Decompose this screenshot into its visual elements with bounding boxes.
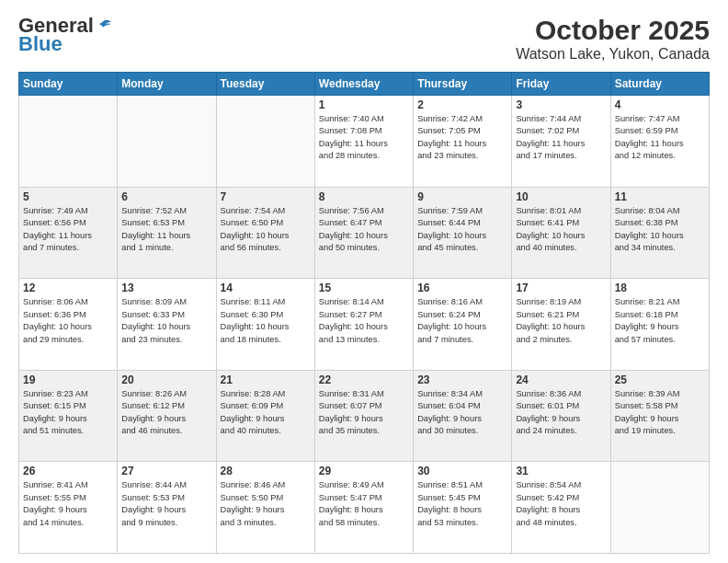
calendar-table: SundayMondayTuesdayWednesdayThursdayFrid… [18,72,710,554]
calendar-cell: 31Sunrise: 8:54 AMSunset: 5:42 PMDayligh… [512,462,610,554]
calendar-cell: 11Sunrise: 8:04 AMSunset: 6:38 PMDayligh… [610,187,709,279]
day-number: 8 [319,190,409,203]
day-info: Sunrise: 7:52 AMSunset: 6:53 PMDaylight:… [121,205,211,255]
calendar-week-2: 5Sunrise: 7:49 AMSunset: 6:56 PMDaylight… [19,187,710,279]
day-info: Sunrise: 7:49 AMSunset: 6:56 PMDaylight:… [23,205,113,255]
logo: General Blue [18,15,112,55]
day-info: Sunrise: 8:21 AMSunset: 6:18 PMDaylight:… [615,296,705,346]
calendar-cell: 25Sunrise: 8:39 AMSunset: 5:58 PMDayligh… [610,370,709,462]
day-info: Sunrise: 8:01 AMSunset: 6:41 PMDaylight:… [516,205,606,255]
header-row: SundayMondayTuesdayWednesdayThursdayFrid… [19,73,710,96]
calendar-week-1: 1Sunrise: 7:40 AMSunset: 7:08 PMDaylight… [19,96,710,188]
calendar-cell: 9Sunrise: 7:59 AMSunset: 6:44 PMDaylight… [414,187,512,279]
day-info: Sunrise: 7:47 AMSunset: 6:59 PMDaylight:… [615,113,705,163]
day-info: Sunrise: 8:49 AMSunset: 5:47 PMDaylight:… [319,479,409,529]
day-number: 4 [615,98,705,111]
calendar-cell [118,96,216,188]
day-info: Sunrise: 8:23 AMSunset: 6:15 PMDaylight:… [23,388,113,438]
day-number: 14 [221,282,311,294]
calendar-cell: 27Sunrise: 8:44 AMSunset: 5:53 PMDayligh… [118,462,216,554]
day-number: 31 [516,465,606,477]
calendar-title: October 2025 [516,15,710,46]
calendar-cell: 29Sunrise: 8:49 AMSunset: 5:47 PMDayligh… [314,462,413,554]
col-header-saturday: Saturday [610,73,709,96]
calendar-cell: 14Sunrise: 8:11 AMSunset: 6:30 PMDayligh… [216,279,314,371]
title-block: October 2025 Watson Lake, Yukon, Canada [516,15,710,63]
calendar-cell: 4Sunrise: 7:47 AMSunset: 6:59 PMDaylight… [610,96,709,188]
day-number: 17 [516,282,606,294]
day-number: 7 [221,190,311,203]
day-number: 9 [417,190,507,203]
calendar-cell: 3Sunrise: 7:44 AMSunset: 7:02 PMDaylight… [512,96,610,188]
day-number: 23 [417,373,507,386]
day-info: Sunrise: 8:44 AMSunset: 5:53 PMDaylight:… [121,479,211,529]
calendar-cell: 30Sunrise: 8:51 AMSunset: 5:45 PMDayligh… [414,462,512,554]
day-info: Sunrise: 7:44 AMSunset: 7:02 PMDaylight:… [516,113,606,163]
day-number: 1 [319,98,409,111]
day-info: Sunrise: 8:34 AMSunset: 6:04 PMDaylight:… [417,388,507,438]
day-info: Sunrise: 8:26 AMSunset: 6:12 PMDaylight:… [121,388,211,438]
day-number: 10 [516,190,606,203]
day-number: 12 [23,282,113,294]
day-number: 5 [23,190,113,203]
calendar-week-3: 12Sunrise: 8:06 AMSunset: 6:36 PMDayligh… [19,279,710,371]
day-number: 16 [417,282,507,294]
calendar-cell [19,96,118,188]
day-info: Sunrise: 8:16 AMSunset: 6:24 PMDaylight:… [417,296,507,346]
day-number: 22 [319,373,409,386]
calendar-subtitle: Watson Lake, Yukon, Canada [516,46,710,63]
day-info: Sunrise: 7:56 AMSunset: 6:47 PMDaylight:… [319,205,409,255]
calendar-cell: 19Sunrise: 8:23 AMSunset: 6:15 PMDayligh… [19,370,118,462]
day-info: Sunrise: 7:54 AMSunset: 6:50 PMDaylight:… [221,205,311,255]
calendar-cell: 12Sunrise: 8:06 AMSunset: 6:36 PMDayligh… [19,279,118,371]
day-info: Sunrise: 8:28 AMSunset: 6:09 PMDaylight:… [221,388,311,438]
calendar-cell [610,462,709,554]
day-info: Sunrise: 8:46 AMSunset: 5:50 PMDaylight:… [221,479,311,529]
col-header-thursday: Thursday [414,73,512,96]
day-info: Sunrise: 8:36 AMSunset: 6:01 PMDaylight:… [516,388,606,438]
day-number: 24 [516,373,606,386]
day-number: 6 [121,190,211,203]
day-info: Sunrise: 7:40 AMSunset: 7:08 PMDaylight:… [319,113,409,163]
day-info: Sunrise: 8:04 AMSunset: 6:38 PMDaylight:… [615,205,705,255]
calendar-cell: 17Sunrise: 8:19 AMSunset: 6:21 PMDayligh… [512,279,610,371]
day-info: Sunrise: 8:11 AMSunset: 6:30 PMDaylight:… [221,296,311,346]
day-info: Sunrise: 8:14 AMSunset: 6:27 PMDaylight:… [319,296,409,346]
day-number: 25 [615,373,705,386]
calendar-cell: 26Sunrise: 8:41 AMSunset: 5:55 PMDayligh… [19,462,118,554]
day-info: Sunrise: 8:54 AMSunset: 5:42 PMDaylight:… [516,479,606,529]
day-number: 30 [417,465,507,477]
calendar-cell: 24Sunrise: 8:36 AMSunset: 6:01 PMDayligh… [512,370,610,462]
day-number: 29 [319,465,409,477]
calendar-cell: 5Sunrise: 7:49 AMSunset: 6:56 PMDaylight… [19,187,118,279]
day-info: Sunrise: 7:59 AMSunset: 6:44 PMDaylight:… [417,205,507,255]
calendar-cell: 28Sunrise: 8:46 AMSunset: 5:50 PMDayligh… [216,462,314,554]
calendar-cell [216,96,314,188]
day-info: Sunrise: 8:19 AMSunset: 6:21 PMDaylight:… [516,296,606,346]
day-number: 18 [615,282,705,294]
day-info: Sunrise: 7:42 AMSunset: 7:05 PMDaylight:… [417,113,507,163]
day-number: 13 [121,282,211,294]
col-header-wednesday: Wednesday [314,73,413,96]
col-header-sunday: Sunday [19,73,118,96]
day-info: Sunrise: 8:51 AMSunset: 5:45 PMDaylight:… [417,479,507,529]
logo-bird-icon [96,18,112,33]
col-header-tuesday: Tuesday [216,73,314,96]
calendar-cell: 10Sunrise: 8:01 AMSunset: 6:41 PMDayligh… [512,187,610,279]
calendar-cell: 16Sunrise: 8:16 AMSunset: 6:24 PMDayligh… [414,279,512,371]
calendar-cell: 6Sunrise: 7:52 AMSunset: 6:53 PMDaylight… [118,187,216,279]
calendar-cell: 15Sunrise: 8:14 AMSunset: 6:27 PMDayligh… [314,279,413,371]
calendar-week-4: 19Sunrise: 8:23 AMSunset: 6:15 PMDayligh… [19,370,710,462]
day-info: Sunrise: 8:06 AMSunset: 6:36 PMDaylight:… [23,296,113,346]
day-number: 20 [121,373,211,386]
calendar-cell: 1Sunrise: 7:40 AMSunset: 7:08 PMDaylight… [314,96,413,188]
day-number: 3 [516,98,606,111]
header: General Blue October 2025 Watson Lake, Y… [18,15,710,63]
calendar-cell: 13Sunrise: 8:09 AMSunset: 6:33 PMDayligh… [118,279,216,371]
calendar-cell: 2Sunrise: 7:42 AMSunset: 7:05 PMDaylight… [414,96,512,188]
calendar-week-5: 26Sunrise: 8:41 AMSunset: 5:55 PMDayligh… [19,462,710,554]
calendar-cell: 23Sunrise: 8:34 AMSunset: 6:04 PMDayligh… [414,370,512,462]
logo-blue: Blue [18,33,63,55]
day-number: 15 [319,282,409,294]
page: General Blue October 2025 Watson Lake, Y… [0,0,728,563]
